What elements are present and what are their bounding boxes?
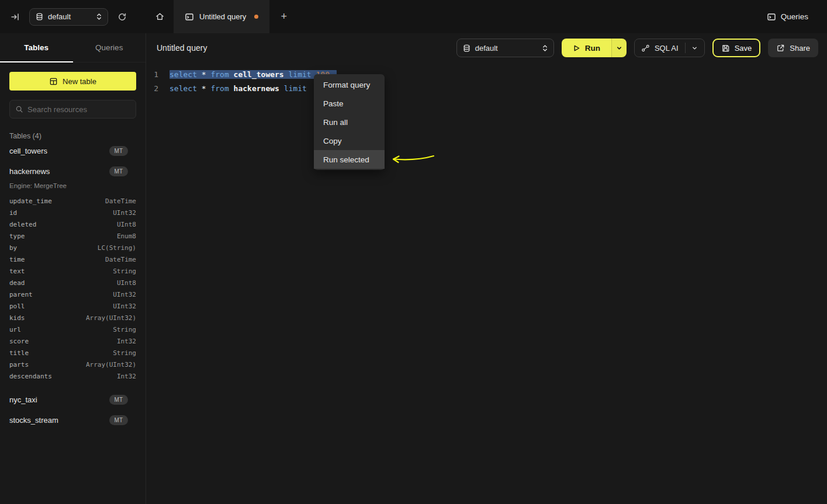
column-name: type bbox=[9, 232, 25, 240]
column-name: parts bbox=[9, 361, 29, 369]
sql-ai-label: SQL AI bbox=[655, 44, 679, 53]
sql-editor[interactable]: 1 select * from cell_towers limit 100 2 … bbox=[147, 62, 827, 96]
database-selector-value: default bbox=[48, 12, 71, 21]
column-type: LC(String) bbox=[98, 244, 136, 252]
tab-home[interactable] bbox=[146, 0, 174, 33]
column-type: Array(UInt32) bbox=[86, 361, 136, 369]
sidebar-tab-tables[interactable]: Tables bbox=[0, 33, 73, 62]
table-row-hackernews[interactable]: hackernews MT bbox=[9, 162, 136, 181]
column-row: title String bbox=[9, 347, 136, 359]
menu-item-format-query[interactable]: Format query bbox=[314, 75, 385, 94]
column-row: update_time DateTime bbox=[9, 195, 136, 207]
column-name: deleted bbox=[9, 221, 36, 228]
share-button[interactable]: Share bbox=[768, 39, 818, 57]
ai-icon bbox=[641, 44, 650, 53]
column-type: Int32 bbox=[117, 338, 136, 345]
database-icon bbox=[462, 44, 471, 53]
new-table-label: New table bbox=[63, 77, 96, 86]
column-row: by LC(String) bbox=[9, 242, 136, 253]
table-row-stocks-stream[interactable]: stocks_stream MT bbox=[9, 411, 136, 430]
database-icon bbox=[35, 12, 44, 21]
column-row: poll UInt32 bbox=[9, 300, 136, 312]
column-row: kids Array(UInt32) bbox=[9, 312, 136, 324]
sql-keyword: select bbox=[169, 84, 202, 93]
main-area: Untitled query default bbox=[147, 33, 827, 504]
sql-keyword: limit bbox=[284, 84, 307, 93]
run-button[interactable]: Run bbox=[562, 39, 611, 57]
query-title: Untitled query bbox=[157, 43, 207, 53]
engine-badge: MT bbox=[109, 395, 128, 405]
home-icon bbox=[155, 12, 165, 22]
column-row: parent UInt32 bbox=[9, 289, 136, 300]
chevron-up-down-icon bbox=[542, 44, 548, 52]
share-button-label: Share bbox=[790, 44, 810, 53]
table-row-nyc-taxi[interactable]: nyc_taxi MT bbox=[9, 390, 136, 409]
search-box bbox=[9, 100, 136, 119]
column-row: descendants Int32 bbox=[9, 370, 136, 382]
save-button[interactable]: Save bbox=[712, 39, 761, 57]
column-row: type Enum8 bbox=[9, 230, 136, 242]
tab-label: Untitled query bbox=[199, 12, 246, 21]
table-row-cell-towers[interactable]: cell_towers MT bbox=[9, 141, 136, 161]
column-row: id UInt32 bbox=[9, 207, 136, 218]
column-name: id bbox=[9, 209, 17, 217]
column-name: score bbox=[9, 338, 29, 345]
column-name: poll bbox=[9, 303, 25, 310]
refresh-icon[interactable] bbox=[114, 9, 130, 25]
sql-keyword: from bbox=[210, 70, 233, 79]
sql-star: * bbox=[202, 70, 211, 79]
queries-button[interactable]: Queries bbox=[764, 8, 811, 26]
engine-badge: MT bbox=[109, 146, 128, 156]
table-name: nyc_taxi bbox=[9, 395, 37, 404]
topbar-right: Queries bbox=[764, 0, 811, 33]
column-type: DateTime bbox=[105, 197, 136, 205]
column-type: String bbox=[113, 326, 136, 333]
menu-item-paste[interactable]: Paste bbox=[314, 94, 385, 113]
sidebar-tab-queries[interactable]: Queries bbox=[73, 33, 146, 62]
hackernews-columns: update_time DateTime id UInt32 deleted U… bbox=[9, 195, 136, 382]
run-options-caret[interactable] bbox=[611, 39, 627, 57]
table-name: hackernews bbox=[9, 167, 50, 176]
code-line-2: 2 select * from hackernews limit bbox=[147, 82, 827, 96]
column-type: UInt8 bbox=[117, 221, 136, 228]
selected-text: select * from cell_towers limit 100 bbox=[169, 70, 337, 79]
code-line-1: 1 select * from cell_towers limit 100 bbox=[147, 68, 827, 82]
database-selector[interactable]: default bbox=[29, 8, 108, 26]
column-type: UInt8 bbox=[117, 279, 136, 287]
column-name: title bbox=[9, 349, 29, 357]
sql-console-app: default Untitled query bbox=[0, 0, 827, 504]
search-input[interactable] bbox=[27, 105, 130, 114]
engine-badge: MT bbox=[109, 415, 128, 425]
engine-badge: MT bbox=[109, 166, 128, 176]
sql-table-identifier: hackernews bbox=[234, 84, 284, 93]
sidebar-content: New table Tables (4) cell_towers MT hack… bbox=[0, 62, 146, 439]
new-tab-button[interactable]: + bbox=[269, 0, 298, 33]
table-name: stocks_stream bbox=[9, 416, 58, 425]
column-row: deleted UInt8 bbox=[9, 218, 136, 230]
sql-table-identifier: cell_towers bbox=[234, 70, 289, 79]
query-header: Untitled query default bbox=[147, 33, 827, 62]
column-row: url String bbox=[9, 324, 136, 335]
column-name: descendants bbox=[9, 373, 52, 380]
table-name: cell_towers bbox=[9, 147, 47, 155]
topbar: default Untitled query bbox=[0, 0, 827, 33]
save-button-label: Save bbox=[735, 44, 752, 53]
divider bbox=[685, 43, 686, 53]
new-table-button[interactable]: New table bbox=[9, 72, 136, 91]
column-name: text bbox=[9, 267, 25, 275]
table-grid-icon bbox=[49, 77, 58, 86]
sql-ai-button[interactable]: SQL AI bbox=[634, 39, 705, 57]
collapse-sidebar-icon[interactable] bbox=[7, 9, 23, 25]
menu-item-copy[interactable]: Copy bbox=[314, 131, 385, 150]
database-selector[interactable]: default bbox=[456, 39, 554, 57]
column-type: UInt32 bbox=[113, 303, 136, 310]
menu-item-run-selected[interactable]: Run selected bbox=[314, 150, 385, 169]
column-type: Enum8 bbox=[117, 232, 136, 240]
tab-untitled-query[interactable]: Untitled query bbox=[174, 0, 269, 33]
column-name: update_time bbox=[9, 197, 52, 205]
run-split-button: Run bbox=[562, 39, 627, 57]
save-icon bbox=[721, 44, 730, 53]
menu-item-run-all[interactable]: Run all bbox=[314, 113, 385, 131]
sql-keyword: select bbox=[169, 70, 202, 79]
column-row: dead UInt8 bbox=[9, 277, 136, 289]
